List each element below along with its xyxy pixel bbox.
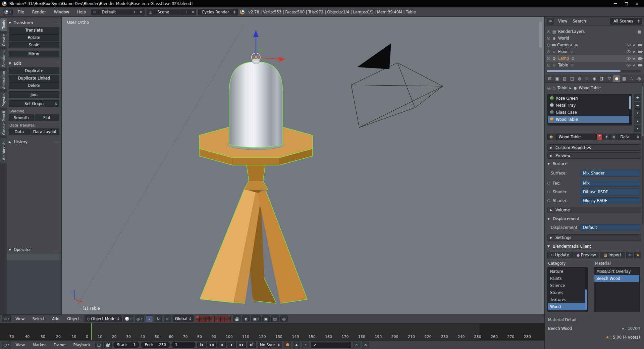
transform-orientation-dropdown[interactable]: Global xyxy=(173,315,194,322)
tab-relations[interactable]: Relations xyxy=(0,49,7,68)
keying-set-dropdown[interactable]: ▾ xyxy=(302,342,309,348)
set-origin-dropdown[interactable]: Set Origin⇅ xyxy=(9,100,59,107)
tab-scene[interactable]: ◫ xyxy=(569,75,575,82)
category-nature[interactable]: Nature xyxy=(548,268,587,275)
material-slot-wood-table[interactable]: Wood Table xyxy=(548,116,631,123)
material-browse-dropdown[interactable] xyxy=(547,134,555,140)
translate-button[interactable]: Translate xyxy=(9,27,59,34)
layer-tile[interactable] xyxy=(218,316,221,319)
custom-properties-panel-header[interactable]: ▶ Custom Properties xyxy=(547,144,641,151)
tl-menu-view[interactable]: View xyxy=(13,342,28,348)
tab-material[interactable]: ● xyxy=(613,75,620,82)
surface-shader-dropdown[interactable]: Mix Shader xyxy=(580,170,640,177)
mode-dropdown[interactable]: ◇ Object Mode xyxy=(85,315,122,322)
blendermada-panel-header[interactable]: ▼ Blendermada Client xyxy=(547,243,641,249)
bm-material-moss-dirt[interactable]: Moss/Dirt Overlay xyxy=(594,268,639,275)
slot-specials-dropdown[interactable]: ▾ xyxy=(634,109,641,116)
jump-to-start-button[interactable] xyxy=(197,342,206,348)
manipulator-x-axis[interactable] xyxy=(261,58,280,59)
layer-tile[interactable] xyxy=(221,319,224,322)
vp-menu-add[interactable]: Add xyxy=(49,316,62,322)
layout-name-field[interactable]: Default xyxy=(99,10,131,14)
add-scene-button[interactable]: + xyxy=(182,9,189,15)
manipulator-x-arrowhead[interactable] xyxy=(279,57,285,62)
timeline-ruler[interactable]: -50-40-30-20-100102030405060708090100110… xyxy=(8,335,531,339)
manipulator-z-arrowhead[interactable] xyxy=(253,30,259,37)
outliner-item-lamp[interactable]: ⊙ Lamp ⊙ xyxy=(546,55,643,62)
current-frame-field[interactable]: 1 xyxy=(171,342,196,348)
tab-animation[interactable]: Animation xyxy=(0,71,7,89)
tab-render-layers[interactable]: ▤ xyxy=(561,75,568,82)
operator-panel-header[interactable]: ▼ Operator :::: xyxy=(7,246,61,253)
shade-flat-button[interactable]: Flat xyxy=(35,114,60,121)
delete-scene-button[interactable]: × xyxy=(189,9,196,15)
active-keying-set-field[interactable] xyxy=(311,342,351,348)
end-frame-field[interactable]: End: 250 xyxy=(141,342,170,348)
delete-keyframes-button[interactable]: × xyxy=(362,342,369,348)
table-stem[interactable] xyxy=(247,165,265,181)
tab-archimesh[interactable]: Archimesh xyxy=(0,138,7,163)
play-reverse-button[interactable] xyxy=(217,342,226,348)
editor-type-button[interactable]: ◷▾ xyxy=(2,342,11,348)
menu-window[interactable]: Window xyxy=(51,9,72,15)
tab-create[interactable]: Create xyxy=(0,34,7,47)
data-layout-button[interactable]: Data Layout xyxy=(31,129,59,135)
pin-icon[interactable]: ◎ xyxy=(547,86,551,90)
bm-refresh-button[interactable]: ↻ xyxy=(626,252,633,258)
visibility-icon[interactable] xyxy=(627,44,631,46)
layer-tile[interactable] xyxy=(218,319,221,322)
fac-value-dropdown[interactable]: Mix xyxy=(580,180,640,187)
displacement-panel-header[interactable]: ▼ Displacement xyxy=(547,215,641,222)
move-slot-down-button[interactable]: ▾ xyxy=(634,125,641,132)
material-name-field[interactable]: Wood Table xyxy=(556,134,596,140)
tab-texture[interactable]: ▦ xyxy=(621,75,628,82)
properties-scrollbar[interactable] xyxy=(642,84,643,225)
delete-layout-button[interactable]: × xyxy=(138,9,144,15)
visibility-icon[interactable] xyxy=(627,57,631,60)
start-frame-field[interactable]: Start: 1 xyxy=(113,342,140,348)
link-data-dropdown[interactable]: Data xyxy=(618,134,641,140)
layer-grid-1[interactable] xyxy=(196,316,212,322)
remove-slot-button[interactable]: − xyxy=(634,102,641,109)
add-slot-button[interactable]: + xyxy=(634,94,641,101)
category-wood[interactable]: Wood xyxy=(548,303,587,310)
manipulator-rotate-toggle[interactable]: ↻ xyxy=(155,315,162,322)
manipulator-translate-toggle[interactable]: ▴ xyxy=(146,315,153,322)
expander-icon[interactable] xyxy=(547,37,550,40)
layer-tile[interactable] xyxy=(221,316,224,319)
edit-panel-header[interactable]: ▼ Edit :::: xyxy=(9,60,59,66)
scrollbar-thumb[interactable] xyxy=(547,70,621,72)
expander-icon[interactable] xyxy=(547,50,550,53)
tab-physics[interactable]: ◎ xyxy=(636,75,642,82)
manipulator-scale-toggle[interactable]: ◇ xyxy=(164,315,171,322)
outliner-item-world[interactable]: ⊕ World xyxy=(546,35,643,42)
material-slot-glass-case[interactable]: Glass Case xyxy=(548,109,631,116)
manipulator-y-handle[interactable] xyxy=(260,49,262,51)
category-stones[interactable]: Stones xyxy=(548,289,587,296)
tab-modifiers[interactable]: ◨ xyxy=(598,75,605,82)
renderability-icon[interactable] xyxy=(638,44,642,46)
layer-tile[interactable] xyxy=(209,316,212,319)
layer-tile[interactable] xyxy=(214,319,217,322)
layer-tile[interactable] xyxy=(196,316,199,319)
lock-to-scene-toggle[interactable] xyxy=(233,315,240,322)
visibility-icon[interactable] xyxy=(627,50,631,53)
displacement-dropdown[interactable]: Default xyxy=(580,224,640,231)
prev-keyframe-button[interactable] xyxy=(207,342,216,348)
slots-scrollbar[interactable] xyxy=(629,95,631,124)
glass-dome-object[interactable] xyxy=(229,58,283,148)
render-engine-dropdown[interactable]: Cycles Render xyxy=(198,9,238,15)
category-paints[interactable]: Paints xyxy=(548,275,587,282)
duplicate-linked-button[interactable]: Duplicate Linked xyxy=(9,75,59,82)
transform-manipulator[interactable] xyxy=(252,30,285,62)
layer-tile[interactable] xyxy=(209,319,212,322)
shade-smooth-button[interactable]: Smooth xyxy=(9,114,34,121)
close-button[interactable]: × xyxy=(632,1,642,7)
snap-element-dropdown[interactable]: ▣▾ xyxy=(251,315,260,322)
scrollbar-thumb[interactable] xyxy=(585,289,587,310)
renderability-icon[interactable] xyxy=(638,64,642,66)
vp-menu-object[interactable]: Object xyxy=(64,316,83,322)
tab-object[interactable]: ◇ xyxy=(584,75,590,82)
layer-tile[interactable] xyxy=(203,319,206,322)
viewport-canvas[interactable]: z x xyxy=(62,17,544,314)
